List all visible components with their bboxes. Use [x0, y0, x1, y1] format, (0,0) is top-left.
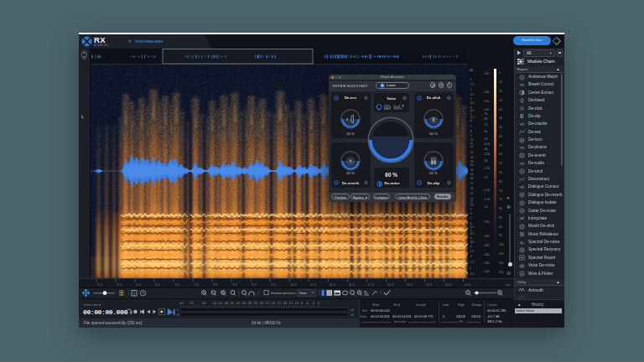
svg-text:-inf.: -inf.: [179, 302, 184, 305]
svg-text:-54: -54: [212, 302, 217, 305]
svg-text:-6: -6: [306, 302, 309, 305]
svg-text:11.5: 11.5: [348, 282, 355, 287]
svg-text:14.5: 14.5: [465, 282, 472, 287]
svg-text:-12: -12: [294, 302, 299, 305]
svg-text:5.5: 5.5: [117, 282, 122, 287]
svg-text:7.0: 7.0: [174, 282, 179, 287]
svg-text:-51: -51: [218, 302, 223, 305]
svg-text:-21: -21: [277, 302, 282, 305]
svg-text:-24: -24: [271, 302, 276, 305]
svg-text:s: s: [346, 116, 349, 122]
svg-text:13.0: 13.0: [406, 282, 413, 287]
svg-text:-30: -30: [259, 302, 264, 305]
svg-text:8.0: 8.0: [213, 282, 218, 287]
svg-text:Gain: Gain: [299, 291, 308, 295]
svg-text:10.0: 10.0: [290, 282, 298, 287]
svg-text:-60: -60: [201, 302, 206, 305]
svg-text:-15: -15: [288, 302, 293, 305]
svg-text:6.5: 6.5: [155, 282, 160, 287]
svg-text:-9: -9: [300, 302, 303, 305]
svg-text:8.5: 8.5: [232, 282, 237, 287]
svg-text:0: 0: [318, 302, 319, 305]
svg-text:12.0: 12.0: [367, 282, 375, 287]
svg-text:R: R: [177, 313, 179, 317]
svg-text:-3: -3: [312, 302, 314, 305]
svg-text:L: L: [177, 308, 179, 312]
svg-text:5.0: 5.0: [97, 282, 102, 287]
svg-text:sec: sec: [506, 282, 511, 287]
svg-text:12.5: 12.5: [387, 282, 394, 287]
svg-text:-inf: -inf: [350, 313, 354, 317]
svg-text:-42: -42: [236, 302, 241, 305]
svg-text:-45: -45: [230, 302, 235, 305]
svg-text:9.0: 9.0: [252, 282, 257, 287]
svg-text:13.5: 13.5: [426, 282, 434, 287]
svg-text:7.5: 7.5: [194, 282, 199, 287]
svg-text:-70: -70: [189, 302, 194, 305]
svg-text:11.0: 11.0: [329, 282, 335, 287]
svg-text:Instant process: Instant process: [271, 291, 297, 295]
svg-text:14.0: 14.0: [445, 282, 453, 287]
svg-text:-inf: -inf: [350, 308, 354, 312]
svg-text:-48: -48: [224, 302, 229, 305]
svg-text:-27: -27: [265, 302, 270, 305]
svg-text:-39: -39: [242, 302, 247, 305]
svg-text:-36: -36: [247, 302, 252, 305]
svg-text:-18: -18: [283, 302, 288, 305]
svg-text:10.5: 10.5: [309, 282, 317, 287]
svg-text:6.0: 6.0: [136, 282, 141, 287]
svg-text:-33: -33: [253, 302, 258, 305]
svg-text:9.5: 9.5: [271, 282, 276, 287]
